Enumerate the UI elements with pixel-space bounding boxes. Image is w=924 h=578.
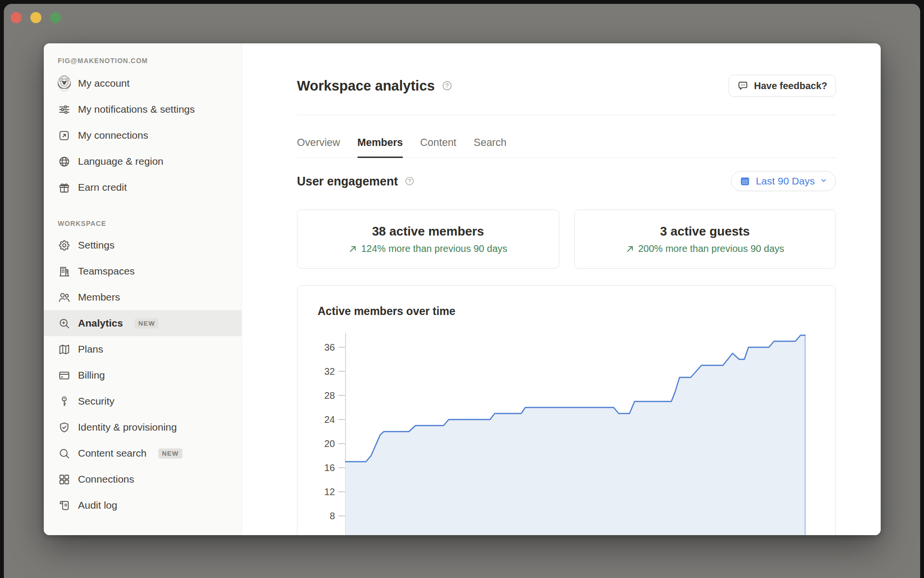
credit-card-icon <box>58 369 71 382</box>
y-tick-label: 20 <box>324 438 335 449</box>
y-tick-label: 28 <box>324 390 335 401</box>
stat-cards: 38 active members124% more than previous… <box>297 210 836 269</box>
stat-delta-label: 124% more than previous 90 days <box>361 243 507 254</box>
active-members-chart-card: Active members over time 363228242016128 <box>297 285 836 535</box>
date-range-label: Last 90 Days <box>756 175 815 187</box>
arrow-up-right-square-icon <box>58 129 71 142</box>
analytics-tabs: OverviewMembersContentSearch <box>297 137 836 158</box>
help-icon[interactable] <box>441 80 453 92</box>
account-email-label: FIG@MAKENOTION.COM <box>58 57 242 65</box>
sidebar-item-label: Earn credit <box>78 181 127 194</box>
sidebar-item-earn-credit[interactable]: Earn credit <box>44 174 242 200</box>
y-tick-label: 32 <box>324 366 335 377</box>
y-tick-label: 8 <box>330 511 335 521</box>
sidebar-item-label: Plans <box>78 343 103 355</box>
chevron-down-icon <box>820 175 828 187</box>
y-tick-label: 12 <box>324 486 335 497</box>
area-fill <box>346 335 805 535</box>
sidebar-item-label: My notifications & settings <box>78 103 195 116</box>
sidebar-item-label: Settings <box>78 239 115 251</box>
trend-up-icon <box>348 245 357 253</box>
y-tick-label: 16 <box>324 462 335 473</box>
calendar-icon <box>739 175 751 187</box>
sidebar-item-label: Teamspaces <box>78 265 135 277</box>
sidebar-item-content-search[interactable]: Content searchNEW <box>44 440 242 466</box>
stat-delta-label: 200% more than previous 90 days <box>638 243 784 254</box>
sidebar-item-label: Connections <box>78 473 134 486</box>
globe-icon <box>58 155 71 168</box>
screen: FIG@MAKENOTION.COM My accountMy notifica… <box>0 0 924 578</box>
sidebar-item-label: Content search <box>78 447 146 460</box>
koala-avatar-icon <box>58 77 71 90</box>
have-feedback-label: Have feedback? <box>754 80 827 92</box>
sidebar-item-teamspaces[interactable]: Teamspaces <box>44 258 242 284</box>
date-range-selector[interactable]: Last 90 Days <box>731 171 836 191</box>
sidebar-item-label: Audit log <box>78 499 117 512</box>
shield-check-icon <box>58 421 71 434</box>
building-icon <box>58 265 71 278</box>
sidebar-item-label: Language & region <box>78 155 164 168</box>
trend-up-icon <box>626 245 634 253</box>
sidebar-item-my-connections[interactable]: My connections <box>44 122 242 148</box>
gift-icon <box>58 181 71 194</box>
help-icon[interactable] <box>404 176 415 186</box>
tab-search[interactable]: Search <box>474 137 506 158</box>
zoom-button[interactable] <box>50 12 61 23</box>
new-badge: NEW <box>135 318 158 328</box>
stat-card-active-members: 38 active members124% more than previous… <box>297 210 559 269</box>
tab-overview[interactable]: Overview <box>297 137 340 158</box>
people-icon <box>58 291 71 304</box>
sidebar-item-my-account[interactable]: My account <box>44 70 242 96</box>
sidebar-item-audit-log[interactable]: Audit log <box>44 492 242 518</box>
feedback-bubble-icon <box>737 80 749 92</box>
gear-icon <box>58 239 71 252</box>
magnifier-sparkle-icon <box>58 317 71 330</box>
stat-delta: 124% more than previous 90 days <box>348 243 507 254</box>
sliders-icon <box>58 103 71 116</box>
magnifier-icon <box>58 447 71 460</box>
minimize-button[interactable] <box>30 12 41 23</box>
sidebar-item-label: Billing <box>78 369 105 381</box>
grid-icon <box>58 473 71 486</box>
account-menu: My accountMy notifications & settingsMy … <box>44 70 242 200</box>
sidebar-item-label: Identity & provisioning <box>78 421 177 434</box>
settings-modal: FIG@MAKENOTION.COM My accountMy notifica… <box>44 43 881 535</box>
stat-value: 3 active guests <box>660 224 750 239</box>
user-engagement-header: User engagement <box>297 171 836 191</box>
analytics-main-panel: Workspace analytics Have feedback? <box>242 43 881 535</box>
sidebar-item-my-notifications-settings[interactable]: My notifications & settings <box>44 96 242 122</box>
sidebar-item-label: My connections <box>78 129 148 142</box>
sidebar-item-settings[interactable]: Settings <box>44 232 242 258</box>
page-title: Workspace analytics <box>297 78 435 94</box>
stat-card-active-guests: 3 active guests200% more than previous 9… <box>574 210 836 269</box>
sidebar-item-label: Security <box>78 395 115 407</box>
sidebar-item-plans[interactable]: Plans <box>44 336 242 362</box>
y-tick-label: 36 <box>324 342 335 353</box>
close-button[interactable] <box>11 12 22 23</box>
stat-value: 38 active members <box>372 224 484 239</box>
header-divider <box>297 115 836 115</box>
page-header: Workspace analytics Have feedback? <box>297 75 836 97</box>
tab-content[interactable]: Content <box>420 137 456 158</box>
sidebar-item-billing[interactable]: Billing <box>44 362 242 388</box>
section-title: User engagement <box>297 174 398 188</box>
workspace-menu: SettingsTeamspacesMembersAnalyticsNEWPla… <box>44 232 242 518</box>
tab-members[interactable]: Members <box>358 137 403 158</box>
key-icon <box>58 395 71 408</box>
sidebar-item-analytics[interactable]: AnalyticsNEW <box>44 310 242 336</box>
scroll-icon <box>58 499 71 512</box>
sidebar-item-language-region[interactable]: Language & region <box>44 148 242 174</box>
y-tick-label: 24 <box>324 414 335 425</box>
sidebar-item-members[interactable]: Members <box>44 284 242 310</box>
settings-sidebar: FIG@MAKENOTION.COM My accountMy notifica… <box>44 43 242 535</box>
avatar <box>58 76 71 92</box>
sidebar-item-security[interactable]: Security <box>44 388 242 414</box>
sidebar-item-identity-provisioning[interactable]: Identity & provisioning <box>44 414 242 440</box>
sidebar-item-connections[interactable]: Connections <box>44 466 242 492</box>
new-badge: NEW <box>158 448 182 459</box>
sidebar-item-label: Analytics <box>78 317 123 329</box>
workspace-section-label: WORKSPACE <box>58 220 242 227</box>
sidebar-item-label: My account <box>78 77 129 90</box>
have-feedback-button[interactable]: Have feedback? <box>729 75 836 97</box>
stat-delta: 200% more than previous 90 days <box>626 243 784 254</box>
